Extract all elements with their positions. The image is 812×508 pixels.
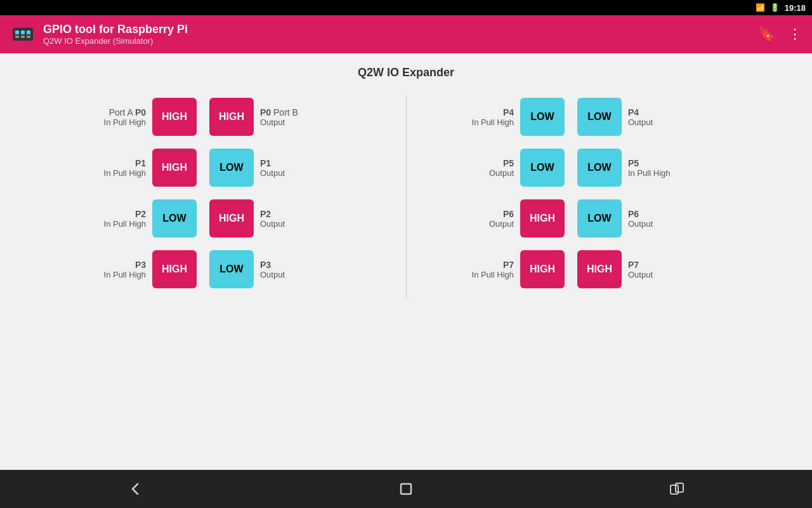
home-button[interactable]	[387, 476, 425, 502]
pin-p6-left-label: P6 Output	[419, 209, 520, 229]
section-title: Q2W IO Expander	[38, 66, 774, 79]
nav-bar	[0, 470, 812, 508]
pin-p0a-label: Port A P0 In Pull High	[51, 107, 152, 127]
pin-p5-left-label: P5 Output	[419, 158, 520, 178]
port-b-section: P4 In Pull High LOW LOW P4 Output P5 Out…	[406, 95, 774, 298]
pin-p7-left-label: P7 In Pull High	[419, 260, 520, 279]
btn-p4-right[interactable]: LOW	[577, 98, 622, 136]
gpio-row-p0a: Port A P0 In Pull High HIGH HIGH P0 Port…	[51, 95, 393, 139]
svg-rect-6	[27, 36, 30, 38]
pin-p2a-label: P2 In Pull High	[51, 209, 152, 229]
bookmark-icon[interactable]: 🔖	[758, 26, 775, 43]
btn-p6-left[interactable]: HIGH	[520, 199, 565, 237]
pin-p1a-label: P1 In Pull High	[51, 158, 152, 178]
pin-p4-left-label: P4 In Pull High	[419, 107, 520, 127]
btn-p0a[interactable]: HIGH	[152, 98, 197, 136]
svg-rect-1	[15, 30, 19, 34]
app-bar: GPIO tool for Raspberry Pi Q2W IO Expand…	[0, 15, 812, 53]
app-title: GPIO tool for Raspberry Pi	[43, 23, 758, 36]
gpio-row-p4: P4 In Pull High LOW LOW P4 Output	[419, 95, 761, 139]
gpio-grid: Port A P0 In Pull High HIGH HIGH P0 Port…	[38, 95, 774, 298]
gpio-row-p7: P7 In Pull High HIGH HIGH P7 Output	[419, 247, 761, 291]
pin-p6-right-label: P6 Output	[622, 209, 685, 229]
btn-p4-left[interactable]: LOW	[520, 98, 565, 136]
recents-button[interactable]	[658, 476, 696, 502]
btn-p0b-out[interactable]: HIGH	[209, 98, 254, 136]
gpio-row-p6: P6 Output HIGH LOW P6 Output	[419, 196, 761, 241]
status-time: 19:18	[785, 3, 806, 13]
battery-icon: 🔋	[770, 3, 780, 12]
pin-p4-right-label: P4 Output	[622, 107, 685, 127]
pin-p3a-label: P3 In Pull High	[51, 260, 152, 279]
app-bar-actions: 🔖 ⋮	[758, 26, 802, 43]
btn-p2a[interactable]: LOW	[152, 199, 197, 237]
btn-p7-right[interactable]: HIGH	[577, 250, 622, 288]
wifi-icon: 📶	[756, 3, 765, 12]
status-bar: 📶 🔋 19:18	[0, 0, 812, 15]
btn-p6-right[interactable]: LOW	[577, 199, 622, 237]
gpio-row-p3a: P3 In Pull High HIGH LOW P3 Output	[51, 247, 393, 291]
btn-p2b-out[interactable]: HIGH	[209, 199, 254, 237]
gpio-row-p5: P5 Output LOW LOW P5 In Pull High	[419, 145, 761, 190]
app-logo	[10, 22, 36, 47]
app-bar-titles: GPIO tool for Raspberry Pi Q2W IO Expand…	[43, 23, 758, 46]
pin-p0b-label: P0 Port B Output	[254, 107, 317, 127]
svg-rect-5	[21, 36, 25, 38]
gpio-row-p1a: P1 In Pull High HIGH LOW P1 Output	[51, 145, 393, 190]
btn-p5-left[interactable]: LOW	[520, 149, 565, 187]
port-a-section: Port A P0 In Pull High HIGH HIGH P0 Port…	[38, 95, 406, 298]
app-subtitle: Q2W IO Expander (Simulator)	[43, 36, 758, 46]
btn-p1b-out[interactable]: LOW	[209, 149, 254, 187]
btn-p3b-out[interactable]: LOW	[209, 250, 254, 288]
btn-p7-left[interactable]: HIGH	[520, 250, 565, 288]
btn-p5-right[interactable]: LOW	[577, 149, 622, 187]
back-button[interactable]	[116, 476, 154, 502]
pin-p1b-label: P1 Output	[254, 158, 317, 178]
svg-rect-7	[401, 484, 411, 494]
btn-p1a[interactable]: HIGH	[152, 149, 197, 187]
main-content: Q2W IO Expander Port A P0 In Pull High H…	[0, 53, 812, 495]
svg-rect-3	[27, 30, 30, 34]
more-options-icon[interactable]: ⋮	[788, 26, 802, 43]
pin-p3b-label: P3 Output	[254, 260, 317, 279]
svg-rect-2	[21, 30, 25, 34]
pin-p7-right-label: P7 Output	[622, 260, 685, 279]
pin-p2b-label: P2 Output	[254, 209, 317, 229]
pin-p5-right-label: P5 In Pull High	[622, 158, 685, 178]
btn-p3a[interactable]: HIGH	[152, 250, 197, 288]
svg-rect-4	[15, 36, 19, 38]
gpio-row-p2a: P2 In Pull High LOW HIGH P2 Output	[51, 196, 393, 241]
